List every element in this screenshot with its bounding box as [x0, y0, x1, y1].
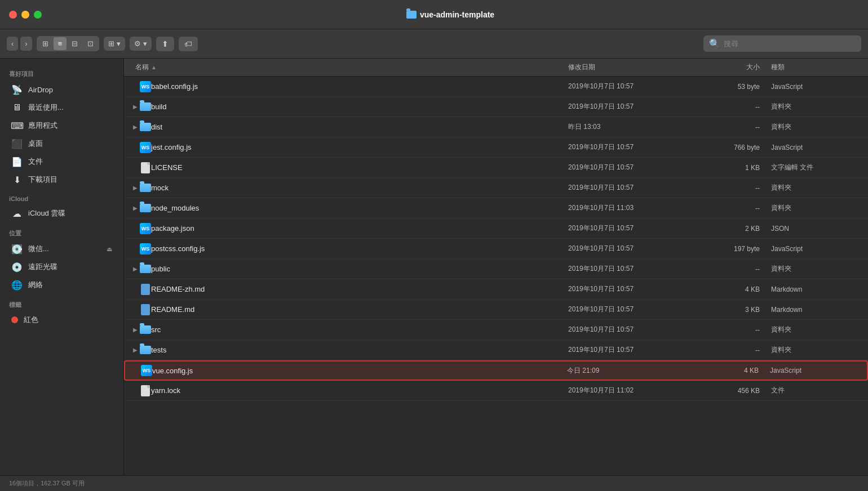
downloads-icon: ⬇ [11, 174, 23, 185]
sidebar-item-documents[interactable]: 📄 文件 [2, 153, 121, 171]
minimize-button[interactable] [21, 11, 29, 19]
expand-arrow [131, 82, 140, 91]
file-kind: JavaScript [770, 367, 860, 374]
expand-arrow[interactable]: ▶ [131, 102, 140, 111]
sidebar-item-red-tag[interactable]: 紅色 [2, 311, 121, 328]
sidebar-item-label: 遠距光碟 [28, 262, 57, 272]
expand-arrow [131, 163, 140, 172]
col-date-header[interactable]: 修改日期 [568, 63, 692, 72]
ws-icon: WS [140, 223, 151, 234]
table-row[interactable]: ▶tests2019年10月7日 10:57--資料夾 [124, 340, 868, 360]
table-row[interactable]: ▶public2019年10月7日 10:57--資料夾 [124, 259, 868, 279]
sidebar-item-network[interactable]: 🌐 網絡 [2, 276, 121, 294]
sidebar-item-label: AirDrop [28, 86, 53, 94]
search-box[interactable]: 🔍 [703, 35, 861, 52]
share-button[interactable]: ⬆ [156, 37, 174, 51]
folder-icon [140, 123, 151, 131]
file-kind: 文件 [771, 386, 861, 395]
view-controls: ⊞ ≡ ⊟ ⊡ [37, 36, 100, 51]
table-row[interactable]: ▶node_modules2019年10月7日 11:03--資料夾 [124, 198, 868, 218]
col-kind-header[interactable]: 種類 [771, 63, 861, 72]
file-name: dist [151, 123, 568, 131]
close-button[interactable] [9, 11, 17, 19]
table-row[interactable]: WSjest.config.js2019年10月7日 10:57766 byte… [124, 137, 868, 158]
icloud-icon: ☁ [11, 208, 23, 219]
expand-arrow[interactable]: ▶ [131, 325, 140, 334]
view-gallery-button[interactable]: ⊡ [83, 37, 98, 50]
expand-arrow [131, 305, 140, 314]
view-list-button[interactable]: ≡ [54, 37, 67, 50]
table-row[interactable]: LICENSE2019年10月7日 10:571 KB文字編輯 文件 [124, 158, 868, 178]
file-kind: 資料夾 [771, 122, 861, 132]
recents-icon: 🖥 [11, 102, 23, 113]
tag-button[interactable]: 🏷 [179, 37, 198, 51]
view-columns-button[interactable]: ⊟ [67, 37, 82, 50]
folder-icon [140, 102, 151, 111]
sidebar-item-icloud[interactable]: ☁ iCloud 雲碟 [2, 204, 121, 222]
settings-arrow: ▾ [143, 39, 147, 48]
expand-arrow[interactable]: ▶ [131, 346, 140, 355]
locations-header: 位置 [0, 222, 123, 240]
maximize-button[interactable] [34, 11, 42, 19]
col-size-header[interactable]: 大小 [692, 63, 771, 72]
file-size: 4 KB [692, 285, 771, 293]
table-row[interactable]: WSbabel.config.js2019年10月7日 10:5753 byte… [124, 77, 868, 97]
col-name-header[interactable]: 名稱 ▲ [131, 63, 568, 72]
file-name: yarn.lock [151, 386, 568, 395]
table-row[interactable]: WSpackage.json2019年10月7日 10:572 KBJSON [124, 218, 868, 239]
eject-icon[interactable]: ⏏ [107, 246, 112, 253]
sidebar-item-recents[interactable]: 🖥 最近使用... [2, 99, 121, 117]
sidebar-item-apps[interactable]: ⌨ 應用程式 [2, 117, 121, 135]
view-icons-button[interactable]: ⊞ [38, 37, 53, 50]
file-icon: WS [141, 365, 152, 376]
expand-arrow[interactable]: ▶ [131, 184, 140, 193]
generic-file-icon [141, 162, 150, 173]
expand-arrow [131, 143, 140, 152]
md-icon [141, 304, 150, 315]
sidebar-item-wechat[interactable]: 💽 微信... ⏏ [2, 240, 121, 258]
desktop-icon: ⬛ [11, 138, 23, 149]
expand-arrow[interactable]: ▶ [131, 265, 140, 274]
table-row[interactable]: ▶mock2019年10月7日 10:57--資料夾 [124, 178, 868, 198]
table-row[interactable]: ▶src2019年10月7日 10:57--資料夾 [124, 320, 868, 340]
table-row[interactable]: README.md2019年10月7日 10:573 KBMarkdown [124, 300, 868, 320]
table-row[interactable]: WSvue.config.js今日 21:094 KBJavaScript [124, 360, 868, 381]
table-row[interactable]: yarn.lock2019年10月7日 11:02456 KB文件 [124, 381, 868, 401]
sidebar-item-airdrop[interactable]: 📡 AirDrop [2, 81, 121, 99]
network-icon: 🌐 [11, 279, 23, 291]
sidebar-item-label: 桌面 [28, 139, 43, 149]
sidebar-item-label: 文件 [28, 157, 43, 167]
file-size: 1 KB [692, 164, 771, 172]
table-row[interactable]: WSpostcss.config.js2019年10月7日 10:57197 b… [124, 239, 868, 259]
settings-dropdown[interactable]: ⚙ ▾ [130, 37, 152, 51]
file-kind: JavaScript [771, 144, 861, 151]
file-date: 2019年10月7日 10:57 [568, 244, 692, 253]
file-icon [140, 122, 151, 132]
sort-arrow: ▲ [151, 64, 157, 70]
table-row[interactable]: ▶build2019年10月7日 10:57--資料夾 [124, 97, 868, 117]
file-kind: 資料夾 [771, 325, 861, 334]
back-button[interactable]: ‹ [7, 37, 18, 51]
file-kind: 文字編輯 文件 [771, 163, 861, 172]
file-name: node_modules [151, 204, 568, 212]
status-text: 16個項目，162.37 GB 可用 [9, 479, 85, 488]
status-bar: 16個項目，162.37 GB 可用 [0, 475, 868, 491]
forward-button[interactable]: › [20, 37, 32, 51]
expand-arrow[interactable]: ▶ [131, 204, 140, 213]
file-icon [140, 163, 151, 173]
file-size: 2 KB [692, 225, 771, 233]
file-icon [140, 203, 151, 213]
file-date: 2019年10月7日 10:57 [568, 82, 692, 91]
sidebar-item-desktop[interactable]: ⬛ 桌面 [2, 135, 121, 153]
view-dropdown[interactable]: ⊞ ▾ [104, 37, 125, 51]
main-content: 喜好項目 📡 AirDrop 🖥 最近使用... ⌨ 應用程式 ⬛ 桌面 📄 文… [0, 59, 868, 475]
expand-arrow [132, 366, 141, 375]
sidebar-item-optical[interactable]: 💿 遠距光碟 [2, 258, 121, 276]
search-input[interactable] [724, 39, 856, 48]
folder-icon [140, 346, 151, 354]
file-icon [140, 386, 151, 396]
table-row[interactable]: ▶dist昨日 13:03--資料夾 [124, 117, 868, 137]
table-row[interactable]: README-zh.md2019年10月7日 10:574 KBMarkdown [124, 279, 868, 300]
sidebar-item-downloads[interactable]: ⬇ 下載項目 [2, 171, 121, 189]
expand-arrow[interactable]: ▶ [131, 123, 140, 132]
